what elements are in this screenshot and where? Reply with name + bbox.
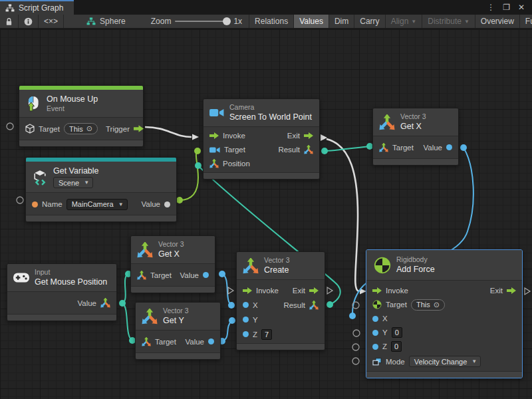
vector3-icon [137,242,153,258]
vector3-icon[interactable] [304,145,313,154]
port-label-trigger: Trigger [106,125,130,133]
node-screen-to-world-point[interactable]: Camera Screen To World Point Invoke Exit… [203,98,320,180]
flow-arrow-icon[interactable] [507,287,516,294]
vector3-icon[interactable] [379,143,388,152]
port-x-in[interactable] [372,316,378,322]
node-get-y[interactable]: Vector 3 Get Y Target Value [135,302,221,360]
values-button[interactable]: Values [294,15,329,28]
port-row: Y 0 [366,326,522,340]
edit-graph-button[interactable]: <×> [39,15,64,28]
target-this-chip[interactable]: This ⊙ [64,123,98,134]
port-value-out[interactable] [208,338,214,344]
port-value-out[interactable] [203,272,209,278]
z-value-field[interactable]: 7 [261,329,272,340]
port-y-in[interactable] [372,330,378,336]
rigidbody-icon[interactable] [372,300,382,309]
vector3-icon[interactable] [100,298,110,308]
port-row: Name MainCamera ▼ Value [26,195,176,213]
node-add-force[interactable]: Rigidbody Add Force Invoke Exit Target T… [366,249,523,378]
align-dropdown[interactable]: Align▼ [386,15,423,28]
port-x-in[interactable] [243,302,249,308]
flow-arrow-icon[interactable] [209,132,219,139]
node-category: Rigidbody [396,256,435,264]
node-get-x-mid[interactable]: Vector 3 Get X Target Value [130,235,215,293]
port-name-in[interactable] [32,201,38,207]
port-row: Target This ⊙ [366,298,522,312]
mode-dropdown[interactable]: Velocity Change ▼ [409,356,481,367]
overview-button[interactable]: Overview [475,15,520,28]
port-row: Z 0 [366,340,522,354]
graph-reference[interactable]: Sphere [80,15,132,28]
close-icon[interactable]: ✕ [515,3,528,12]
node-footer [373,158,458,165]
zoom-slider-knob[interactable] [223,17,231,25]
toolbar-right: Relations Values Dim Carry Align▼ Distri… [249,15,532,28]
graph-toolbar: <×> Sphere Zoom 1x Relations Values Dim … [0,15,532,29]
zoom-slider[interactable] [175,21,229,22]
flow-arrow-icon[interactable] [304,132,313,139]
object-picker-icon[interactable]: ⊙ [434,301,440,309]
flow-arrow-icon[interactable] [309,287,319,294]
script-graph-icon [5,4,15,12]
gamepad-icon [13,273,29,283]
node-title: Get Y [163,316,189,326]
window-menu-icon[interactable]: ⋮ [483,3,498,12]
variable-name-dropdown[interactable]: MainCamera ▼ [66,199,128,210]
port-z-in[interactable] [372,344,378,350]
port-label-value: Value [185,338,204,346]
node-get-mouse-position[interactable]: Input Get Mouse Position Value [7,263,117,321]
node-title: Get Mouse Position [35,277,107,287]
info-icon [24,17,33,26]
port-value-out[interactable] [164,201,170,207]
port-row: Invoke Exit [366,284,522,298]
port-label-invoke: Invoke [223,132,245,140]
maximize-icon[interactable]: ❐ [499,3,513,12]
node-get-variable[interactable]: Get Variable Scene ▼ Name MainCamera ▼ V… [25,157,177,222]
vector3-icon[interactable] [309,301,319,310]
port-label-exit: Exit [490,287,503,295]
port-label-target: Target [392,144,414,152]
relations-button[interactable]: Relations [249,15,294,28]
port-y-in[interactable] [243,317,249,323]
zoom-label: Zoom [151,17,172,26]
distribute-dropdown[interactable]: Distribute▼ [422,15,475,28]
port-label-y: Y [253,316,258,324]
port-label-target: Target [386,301,407,309]
tab-script-graph[interactable]: Script Graph [0,0,74,15]
flow-arrow-icon[interactable] [134,125,144,132]
port-z-in[interactable] [243,331,249,337]
vector3-icon[interactable] [209,159,219,168]
target-this-chip[interactable]: This ⊙ [411,299,445,311]
node-vector3-create[interactable]: Vector 3 Create Invoke Exit X Result [236,251,325,350]
z-value-field[interactable]: 0 [391,341,402,352]
carry-button[interactable]: Carry [354,15,385,28]
node-footer [237,343,325,350]
object-picker-icon[interactable]: ⊙ [86,124,92,133]
node-category: Camera [229,104,312,112]
node-get-x-top[interactable]: Vector 3 Get X Target Value [372,108,459,166]
fullscreen-button[interactable]: Full Screen [520,15,532,28]
port-label-x: X [382,315,388,323]
port-value-out[interactable] [446,144,452,150]
vector3-icon[interactable] [137,271,146,280]
flow-arrow-icon[interactable] [372,287,382,294]
lock-button[interactable] [0,15,19,28]
y-value-field[interactable]: 0 [392,327,402,338]
port-row: Position [203,157,319,171]
window-controls: ⋮ ❐ ✕ [483,0,532,15]
inspect-button[interactable] [19,15,39,28]
dim-button[interactable]: Dim [329,15,354,28]
port-row: Y [237,313,325,327]
camera-icon[interactable] [209,146,220,154]
node-title: Get Variable [53,166,99,176]
vector3-icon[interactable] [142,337,151,346]
enum-icon[interactable] [372,358,382,366]
port-label-target: Target [150,271,172,279]
port-row: X Result [237,298,325,313]
node-category: Input [35,269,107,277]
flow-arrow-icon[interactable] [243,287,252,294]
variable-scope-dropdown[interactable]: Scene ▼ [53,177,93,188]
node-on-mouse-up[interactable]: On Mouse Up Event Target This ⊙ Trigger [19,85,144,147]
variable-icon [32,170,48,186]
port-row: Target Value [131,266,215,285]
